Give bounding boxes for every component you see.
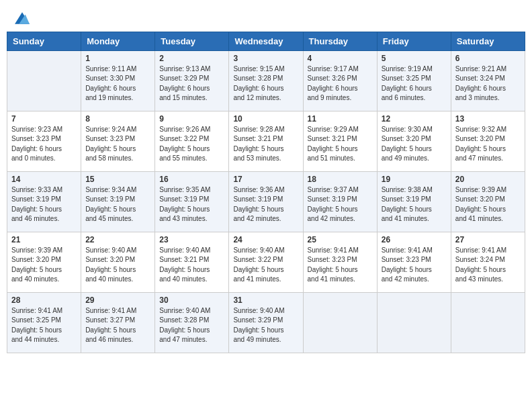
day-info: Sunrise: 9:32 AM Sunset: 3:20 PM Dayligh… bbox=[455, 125, 521, 164]
calendar-table: SundayMondayTuesdayWednesdayThursdayFrid… bbox=[7, 32, 525, 353]
day-info: Sunrise: 9:39 AM Sunset: 3:20 PM Dayligh… bbox=[11, 246, 77, 285]
calendar-week-row: 14Sunrise: 9:33 AM Sunset: 3:19 PM Dayli… bbox=[7, 171, 525, 232]
day-number: 16 bbox=[159, 175, 224, 184]
day-number: 2 bbox=[159, 54, 224, 63]
day-info: Sunrise: 9:41 AM Sunset: 3:23 PM Dayligh… bbox=[382, 246, 447, 285]
day-number: 7 bbox=[11, 114, 77, 124]
header-thursday: Thursday bbox=[303, 32, 377, 50]
header-friday: Friday bbox=[377, 32, 451, 50]
calendar-cell: 4Sunrise: 9:17 AM Sunset: 3:26 PM Daylig… bbox=[303, 50, 377, 111]
calendar-cell: 24Sunrise: 9:40 AM Sunset: 3:22 PM Dayli… bbox=[229, 232, 303, 292]
day-info: Sunrise: 9:41 AM Sunset: 3:27 PM Dayligh… bbox=[85, 306, 150, 345]
day-number: 25 bbox=[308, 235, 373, 244]
day-info: Sunrise: 9:34 AM Sunset: 3:19 PM Dayligh… bbox=[85, 185, 150, 224]
day-number: 8 bbox=[85, 114, 150, 124]
day-number: 13 bbox=[455, 114, 521, 124]
calendar-cell: 11Sunrise: 9:29 AM Sunset: 3:21 PM Dayli… bbox=[303, 111, 377, 171]
day-number: 18 bbox=[308, 175, 373, 184]
calendar-cell: 3Sunrise: 9:15 AM Sunset: 3:28 PM Daylig… bbox=[229, 50, 303, 111]
calendar-cell: 20Sunrise: 9:39 AM Sunset: 3:20 PM Dayli… bbox=[451, 171, 525, 232]
day-number: 23 bbox=[159, 235, 224, 244]
day-info: Sunrise: 9:41 AM Sunset: 3:24 PM Dayligh… bbox=[455, 246, 521, 285]
day-number: 17 bbox=[233, 175, 298, 184]
calendar-week-row: 21Sunrise: 9:39 AM Sunset: 3:20 PM Dayli… bbox=[7, 232, 525, 292]
header-saturday: Saturday bbox=[451, 32, 525, 50]
calendar-cell: 18Sunrise: 9:37 AM Sunset: 3:19 PM Dayli… bbox=[303, 171, 377, 232]
day-number: 6 bbox=[455, 54, 521, 63]
day-info: Sunrise: 9:40 AM Sunset: 3:20 PM Dayligh… bbox=[85, 246, 150, 285]
day-info: Sunrise: 9:19 AM Sunset: 3:25 PM Dayligh… bbox=[382, 64, 447, 103]
calendar-cell: 26Sunrise: 9:41 AM Sunset: 3:23 PM Dayli… bbox=[377, 232, 451, 292]
calendar-week-row: 1Sunrise: 9:11 AM Sunset: 3:30 PM Daylig… bbox=[7, 50, 525, 111]
calendar-cell: 8Sunrise: 9:24 AM Sunset: 3:23 PM Daylig… bbox=[81, 111, 155, 171]
day-number: 28 bbox=[11, 295, 77, 305]
calendar-cell: 13Sunrise: 9:32 AM Sunset: 3:20 PM Dayli… bbox=[451, 111, 525, 171]
day-info: Sunrise: 9:40 AM Sunset: 3:28 PM Dayligh… bbox=[159, 306, 224, 345]
day-info: Sunrise: 9:13 AM Sunset: 3:29 PM Dayligh… bbox=[159, 64, 224, 103]
calendar-header-row: SundayMondayTuesdayWednesdayThursdayFrid… bbox=[7, 32, 525, 50]
day-info: Sunrise: 9:41 AM Sunset: 3:25 PM Dayligh… bbox=[11, 306, 77, 345]
calendar-cell: 31Sunrise: 9:40 AM Sunset: 3:29 PM Dayli… bbox=[229, 292, 303, 353]
logo-text bbox=[13, 12, 30, 28]
day-number: 15 bbox=[85, 175, 150, 184]
day-info: Sunrise: 9:17 AM Sunset: 3:26 PM Dayligh… bbox=[308, 64, 373, 103]
calendar-cell: 25Sunrise: 9:41 AM Sunset: 3:23 PM Dayli… bbox=[303, 232, 377, 292]
day-info: Sunrise: 9:30 AM Sunset: 3:20 PM Dayligh… bbox=[382, 125, 447, 164]
day-number: 3 bbox=[233, 54, 298, 63]
day-info: Sunrise: 9:33 AM Sunset: 3:19 PM Dayligh… bbox=[11, 185, 77, 224]
logo-icon bbox=[15, 12, 30, 24]
calendar-cell: 23Sunrise: 9:40 AM Sunset: 3:21 PM Dayli… bbox=[155, 232, 229, 292]
calendar-cell: 1Sunrise: 9:11 AM Sunset: 3:30 PM Daylig… bbox=[81, 50, 155, 111]
day-info: Sunrise: 9:41 AM Sunset: 3:23 PM Dayligh… bbox=[308, 246, 373, 285]
calendar-week-row: 28Sunrise: 9:41 AM Sunset: 3:25 PM Dayli… bbox=[7, 292, 525, 353]
day-info: Sunrise: 9:37 AM Sunset: 3:19 PM Dayligh… bbox=[308, 185, 373, 224]
day-info: Sunrise: 9:39 AM Sunset: 3:20 PM Dayligh… bbox=[455, 185, 521, 224]
calendar-cell bbox=[303, 292, 377, 353]
calendar-cell: 14Sunrise: 9:33 AM Sunset: 3:19 PM Dayli… bbox=[7, 171, 81, 232]
calendar-cell: 19Sunrise: 9:38 AM Sunset: 3:19 PM Dayli… bbox=[377, 171, 451, 232]
day-info: Sunrise: 9:23 AM Sunset: 3:23 PM Dayligh… bbox=[11, 125, 77, 164]
day-number: 19 bbox=[382, 175, 447, 184]
header bbox=[7, 7, 525, 28]
header-monday: Monday bbox=[81, 32, 155, 50]
calendar-cell: 10Sunrise: 9:28 AM Sunset: 3:21 PM Dayli… bbox=[229, 111, 303, 171]
day-info: Sunrise: 9:40 AM Sunset: 3:29 PM Dayligh… bbox=[233, 306, 298, 345]
calendar-cell: 22Sunrise: 9:40 AM Sunset: 3:20 PM Dayli… bbox=[81, 232, 155, 292]
day-number: 27 bbox=[455, 235, 521, 244]
day-info: Sunrise: 9:40 AM Sunset: 3:21 PM Dayligh… bbox=[159, 246, 224, 285]
day-info: Sunrise: 9:24 AM Sunset: 3:23 PM Dayligh… bbox=[85, 125, 150, 164]
day-info: Sunrise: 9:15 AM Sunset: 3:28 PM Dayligh… bbox=[233, 64, 298, 103]
calendar-cell bbox=[377, 292, 451, 353]
day-number: 5 bbox=[382, 54, 447, 63]
day-number: 24 bbox=[233, 235, 298, 244]
day-number: 30 bbox=[159, 295, 224, 305]
day-number: 9 bbox=[159, 114, 224, 124]
day-number: 11 bbox=[308, 114, 373, 124]
day-number: 10 bbox=[233, 114, 298, 124]
day-number: 31 bbox=[233, 295, 298, 305]
calendar-cell: 15Sunrise: 9:34 AM Sunset: 3:19 PM Dayli… bbox=[81, 171, 155, 232]
day-info: Sunrise: 9:35 AM Sunset: 3:19 PM Dayligh… bbox=[159, 185, 224, 224]
day-number: 29 bbox=[85, 295, 150, 305]
day-number: 4 bbox=[308, 54, 373, 63]
calendar-cell: 27Sunrise: 9:41 AM Sunset: 3:24 PM Dayli… bbox=[451, 232, 525, 292]
day-number: 20 bbox=[455, 175, 521, 184]
calendar-cell: 5Sunrise: 9:19 AM Sunset: 3:25 PM Daylig… bbox=[377, 50, 451, 111]
calendar-week-row: 7Sunrise: 9:23 AM Sunset: 3:23 PM Daylig… bbox=[7, 111, 525, 171]
calendar-cell bbox=[451, 292, 525, 353]
header-wednesday: Wednesday bbox=[229, 32, 303, 50]
day-number: 21 bbox=[11, 235, 77, 244]
calendar-cell: 29Sunrise: 9:41 AM Sunset: 3:27 PM Dayli… bbox=[81, 292, 155, 353]
calendar-cell: 9Sunrise: 9:26 AM Sunset: 3:22 PM Daylig… bbox=[155, 111, 229, 171]
day-number: 22 bbox=[85, 235, 150, 244]
calendar-cell: 7Sunrise: 9:23 AM Sunset: 3:23 PM Daylig… bbox=[7, 111, 81, 171]
day-number: 26 bbox=[382, 235, 447, 244]
header-tuesday: Tuesday bbox=[155, 32, 229, 50]
day-info: Sunrise: 9:26 AM Sunset: 3:22 PM Dayligh… bbox=[159, 125, 224, 164]
calendar-cell: 28Sunrise: 9:41 AM Sunset: 3:25 PM Dayli… bbox=[7, 292, 81, 353]
day-info: Sunrise: 9:36 AM Sunset: 3:19 PM Dayligh… bbox=[233, 185, 298, 224]
day-info: Sunrise: 9:38 AM Sunset: 3:19 PM Dayligh… bbox=[382, 185, 447, 224]
calendar-cell bbox=[7, 50, 81, 111]
day-info: Sunrise: 9:40 AM Sunset: 3:22 PM Dayligh… bbox=[233, 246, 298, 285]
day-info: Sunrise: 9:29 AM Sunset: 3:21 PM Dayligh… bbox=[308, 125, 373, 164]
